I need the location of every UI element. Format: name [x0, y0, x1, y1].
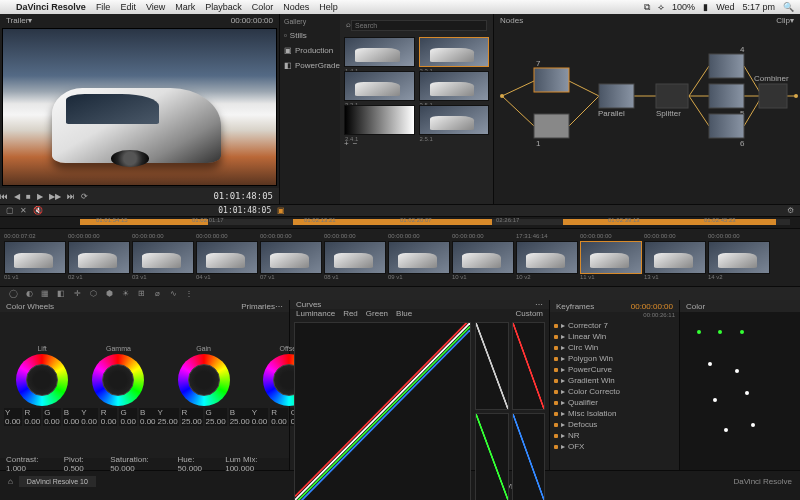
prev-clip-icon[interactable]: ⏮ [0, 192, 8, 201]
curve-editor[interactable] [294, 322, 471, 500]
strip-clip[interactable]: 00:00:00:0010 v1 [452, 233, 514, 282]
curve-tab[interactable]: Custom [515, 309, 543, 318]
keyframe-item[interactable]: ▸Qualifier [552, 397, 677, 408]
gallery-thumb[interactable]: 2.4.1 [344, 105, 415, 135]
curve-tab[interactable]: Red [343, 309, 358, 318]
strip-clip[interactable]: 00:00:00:0008 v1 [324, 233, 386, 282]
node-graph[interactable]: 7 1 Parallel Splitter 4 5 6 Combiner [494, 26, 800, 204]
bluetooth-icon[interactable]: ⧉ [644, 2, 650, 13]
tool-icon[interactable]: ⊞ [136, 289, 146, 299]
keyframe-item[interactable]: ▸Defocus [552, 419, 677, 430]
chevron-down-icon[interactable]: ▾ [790, 16, 794, 25]
wheel-val[interactable]: Y 0.00 [4, 408, 22, 426]
shuffle-icon[interactable]: ✕ [20, 206, 27, 215]
menu-mark[interactable]: Mark [175, 2, 195, 12]
strip-clip[interactable]: 00:00:00:0003 v1 [132, 233, 194, 282]
keyframe-item[interactable]: ▸Gradient Win [552, 375, 677, 386]
gallery-thumb[interactable]: 2.3.1 [419, 37, 490, 67]
gallery-thumb[interactable]: 3.2.1 [344, 71, 415, 101]
tool-icon[interactable]: ⌀ [152, 289, 162, 299]
keyframe-item[interactable]: ▸Corrector 7 [552, 320, 677, 331]
menu-help[interactable]: Help [319, 2, 338, 12]
stop-icon[interactable]: ■ [26, 192, 31, 201]
gallery-cat-stills[interactable]: ▫Stills [284, 31, 336, 40]
step-fwd-icon[interactable]: ▶▶ [49, 192, 61, 201]
tool-icon[interactable]: ∿ [168, 289, 178, 299]
wifi-icon[interactable]: ⟡ [658, 2, 664, 13]
wheel-val[interactable]: G 0.00 [43, 408, 61, 426]
project-name[interactable]: DaVinci Resolve 10 [19, 476, 96, 487]
dots-icon[interactable]: ⋯ [535, 300, 543, 309]
chevron-down-icon[interactable]: ▾ [28, 16, 32, 25]
stat-pivot[interactable]: Pivot: 0.500 [64, 455, 102, 473]
wheel-val[interactable]: R 0.00 [100, 408, 118, 426]
strip-clip[interactable]: 00:00:00:0014 v2 [708, 233, 770, 282]
keyframe-item[interactable]: ▸Polygon Win [552, 353, 677, 364]
wheels-mode[interactable]: Primaries [241, 302, 275, 311]
play-icon[interactable]: ▶ [37, 192, 43, 201]
curve-mini-red[interactable] [512, 322, 546, 410]
curve-mini-green[interactable] [475, 413, 509, 500]
menu-edit[interactable]: Edit [120, 2, 136, 12]
color-scope[interactable] [680, 312, 800, 470]
color-wheel-gain[interactable] [178, 354, 230, 406]
wheel-val[interactable]: Y 0.00 [251, 408, 269, 426]
wheel-val[interactable]: R 0.00 [24, 408, 42, 426]
wheel-val[interactable]: Y 0.00 [80, 408, 98, 426]
tool-icon[interactable]: ⬢ [104, 289, 114, 299]
nodes-mode[interactable]: Clip [776, 16, 790, 25]
spotlight-icon[interactable]: 🔍 [783, 2, 794, 12]
keyframe-item[interactable]: ▸NR [552, 430, 677, 441]
marker-icon[interactable]: ▣ [277, 206, 285, 215]
tool-icon[interactable]: ◐ [24, 289, 34, 299]
viewer-image[interactable] [2, 28, 277, 186]
strip-clip[interactable]: 00:00:00:0013 v1 [644, 233, 706, 282]
keyframe-item[interactable]: ▸Misc Isolation [552, 408, 677, 419]
next-clip-icon[interactable]: ⏭ [67, 192, 75, 201]
strip-clip[interactable]: 00:00:00:0002 v1 [68, 233, 130, 282]
wheel-val[interactable]: B 0.00 [63, 408, 81, 426]
menu-file[interactable]: File [96, 2, 111, 12]
app-name[interactable]: DaVinci Resolve [16, 2, 86, 12]
curve-mini-lum[interactable] [475, 322, 509, 410]
tool-icon[interactable]: ⋮ [184, 289, 194, 299]
menu-view[interactable]: View [146, 2, 165, 12]
menu-playback[interactable]: Playback [205, 2, 242, 12]
keyframe-item[interactable]: ▸PowerCurve [552, 364, 677, 375]
strip-clip[interactable]: 00:00:00:0004 v1 [196, 233, 258, 282]
tool-icon[interactable]: ✛ [72, 289, 82, 299]
gallery-cat-production[interactable]: ▣Production [284, 46, 336, 55]
strip-clip[interactable]: 00:00:00:0007 v1 [260, 233, 322, 282]
gallery-thumb[interactable]: 1.4.1 [344, 37, 415, 67]
keyframe-item[interactable]: ▸Circ Win [552, 342, 677, 353]
menu-nodes[interactable]: Nodes [283, 2, 309, 12]
wheel-val[interactable]: R 25.00 [181, 408, 203, 426]
wheel-val[interactable]: B 25.00 [229, 408, 251, 426]
viewer-title[interactable]: Trailer [6, 16, 28, 25]
gallery-cat-powergrade[interactable]: ◧PowerGrade [284, 61, 336, 70]
tool-icon[interactable]: ⬡ [88, 289, 98, 299]
stat-contrast[interactable]: Contrast: 1.000 [6, 455, 56, 473]
tool-icon[interactable]: ◧ [56, 289, 66, 299]
strip-clip[interactable]: 17:31:46:1410 v2 [516, 233, 578, 282]
wheel-val[interactable]: B 0.00 [139, 408, 157, 426]
keyframe-item[interactable]: ▸OFX [552, 441, 677, 452]
stat-hue[interactable]: Hue: 50.000 [178, 455, 218, 473]
keyframe-item[interactable]: ▸Color Correcto [552, 386, 677, 397]
strip-clip[interactable]: 00:00:00:0009 v1 [388, 233, 450, 282]
home-icon[interactable]: ⌂ [8, 477, 13, 486]
stat-lum[interactable]: Lum Mix: 100.000 [225, 455, 283, 473]
tool-icon[interactable]: ▦ [40, 289, 50, 299]
settings-icon[interactable]: ⚙ [787, 206, 794, 215]
mute-icon[interactable]: 🔇 [33, 206, 43, 215]
strip-clip[interactable]: 00:00:07:0201 v1 [4, 233, 66, 282]
tl-opt-icon[interactable]: ▢ [6, 206, 14, 215]
wheel-val[interactable]: G 0.00 [119, 408, 137, 426]
timeline-ruler[interactable]: 01:01:54:15 01:02:01:17 01:02:13:21 01:0… [0, 216, 800, 228]
gallery-thumb[interactable]: 3.5.1 [419, 71, 490, 101]
wheel-val[interactable]: R 0.00 [270, 408, 288, 426]
menu-color[interactable]: Color [252, 2, 274, 12]
dots-icon[interactable]: ⋯ [275, 302, 283, 311]
color-wheel-lift[interactable] [16, 354, 68, 406]
stat-sat[interactable]: Saturation: 50.000 [110, 455, 169, 473]
